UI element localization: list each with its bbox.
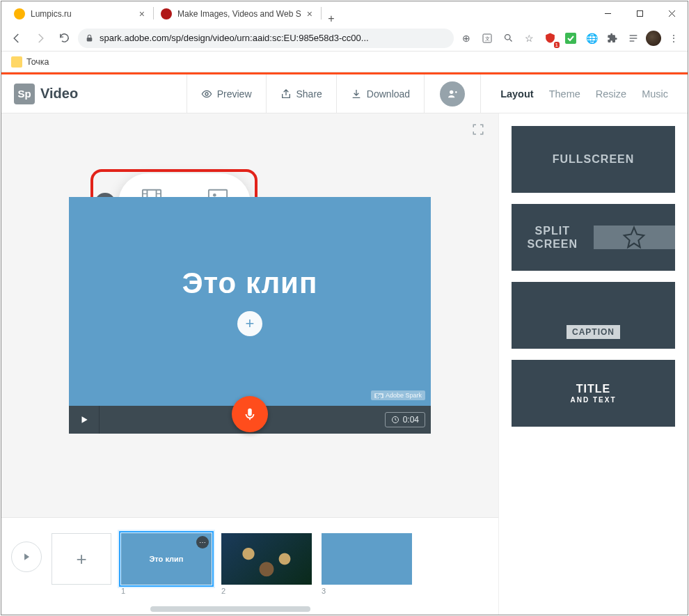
layout-title-text[interactable]: TITLE AND TEXT	[512, 360, 675, 427]
timeline-thumb[interactable]: ⋯ Это клип	[121, 533, 212, 585]
svg-rect-27	[248, 409, 252, 416]
eye-icon	[201, 88, 212, 100]
reload-button[interactable]	[54, 29, 74, 48]
star-icon	[622, 226, 646, 249]
play-button[interactable]	[69, 406, 100, 434]
microphone-icon	[242, 406, 258, 422]
install-icon[interactable]: ⊕	[458, 30, 475, 47]
back-button[interactable]	[7, 29, 26, 48]
tab-title: Lumpics.ru	[31, 9, 134, 19]
record-button[interactable]	[232, 396, 268, 432]
app-header: Sp Video Preview Share Download	[1, 74, 688, 113]
user-plus-icon	[447, 88, 458, 100]
tab-title: Make Images, Videos and Web S	[177, 9, 301, 19]
forward-button[interactable]	[31, 29, 50, 48]
invite-button[interactable]	[440, 81, 465, 106]
svg-text:文: 文	[485, 35, 490, 41]
share-button[interactable]: Share	[266, 74, 336, 113]
close-icon[interactable]: ×	[139, 8, 145, 19]
scrollbar[interactable]	[150, 606, 310, 612]
profile-avatar[interactable]	[646, 31, 661, 46]
duration-button[interactable]: 0:04	[385, 412, 425, 427]
extension-adblock-icon[interactable]	[541, 30, 558, 47]
svg-point-13	[205, 93, 208, 95]
tab-resize[interactable]: Resize	[596, 88, 626, 100]
new-tab-button[interactable]: +	[322, 13, 341, 25]
layout-caption[interactable]: CAPTION	[512, 282, 675, 349]
translate-icon[interactable]: 文	[479, 30, 496, 47]
folder-icon	[11, 56, 22, 68]
timeline: + ⋯ Это клип 1 2 3	[1, 517, 498, 615]
tab-layout[interactable]: Layout	[500, 88, 534, 100]
favicon-icon	[161, 8, 172, 19]
play-icon	[79, 415, 89, 425]
svg-rect-4	[87, 38, 93, 41]
timeline-thumb[interactable]	[221, 533, 312, 585]
svg-line-8	[509, 39, 512, 41]
slide-canvas[interactable]: Это клип + Sp Adobe Spark	[69, 197, 431, 406]
svg-point-26	[212, 194, 216, 197]
svg-rect-1	[637, 10, 642, 16]
minimize-button[interactable]	[592, 1, 624, 25]
layout-split-screen[interactable]: SPLIT SCREEN	[512, 204, 675, 271]
watermark: Sp Adobe Spark	[371, 390, 425, 400]
fullscreen-icon[interactable]	[472, 123, 484, 136]
add-slide-button[interactable]: +	[52, 533, 111, 585]
extension-check-icon[interactable]	[562, 30, 579, 47]
extension-globe-icon[interactable]: 🌐	[583, 30, 600, 47]
layout-fullscreen[interactable]: FULLSCREEN	[512, 126, 675, 193]
svg-rect-9	[565, 33, 576, 44]
menu-icon[interactable]: ⋮	[665, 30, 682, 47]
browser-tab[interactable]: Lumpics.ru ×	[7, 3, 153, 25]
play-all-button[interactable]	[11, 542, 42, 572]
download-icon	[351, 88, 362, 100]
preview-button[interactable]: Preview	[187, 74, 266, 113]
reading-list-icon[interactable]	[625, 30, 642, 47]
address-bar[interactable]: spark.adobe.com/sp/design/video/urn:aaid…	[78, 29, 454, 48]
timeline-thumb[interactable]	[322, 533, 412, 585]
svg-point-7	[505, 35, 510, 40]
browser-toolbar: spark.adobe.com/sp/design/video/urn:aaid…	[1, 25, 688, 52]
stage: Это клип + Sp Adobe Spark	[69, 197, 431, 434]
slide-title[interactable]: Это клип	[182, 267, 318, 300]
brand[interactable]: Sp Video	[1, 84, 187, 104]
favicon-icon	[14, 8, 25, 19]
tab-music[interactable]: Music	[642, 88, 668, 100]
layout-panel: FULLSCREEN SPLIT SCREEN CAPTION TITLE AN…	[498, 113, 688, 615]
clock-icon	[391, 416, 399, 424]
brand-name: Video	[40, 86, 78, 102]
close-window-button[interactable]	[656, 1, 688, 25]
url-text: spark.adobe.com/sp/design/video/urn:aaid…	[100, 33, 369, 43]
lock-icon	[85, 33, 94, 42]
tab-theme[interactable]: Theme	[549, 88, 580, 100]
maximize-button[interactable]	[624, 1, 656, 25]
play-icon	[22, 552, 31, 562]
bookmarks-bar: Точка	[1, 52, 688, 72]
close-icon[interactable]: ×	[307, 8, 312, 19]
download-button[interactable]: Download	[336, 74, 424, 113]
browser-tab[interactable]: Make Images, Videos and Web S ×	[154, 3, 321, 25]
bookmark-item[interactable]: Точка	[26, 57, 49, 67]
svg-point-14	[450, 90, 453, 93]
extensions-icon[interactable]	[604, 30, 621, 47]
logo-icon: Sp	[14, 84, 35, 104]
star-icon[interactable]: ☆	[521, 30, 537, 47]
browser-tabstrip: Lumpics.ru × Make Images, Videos and Web…	[1, 1, 688, 25]
share-icon	[280, 88, 292, 100]
add-text-button[interactable]: +	[237, 311, 262, 336]
zoom-icon[interactable]	[500, 30, 516, 47]
player-bar: 0:04	[69, 406, 431, 434]
